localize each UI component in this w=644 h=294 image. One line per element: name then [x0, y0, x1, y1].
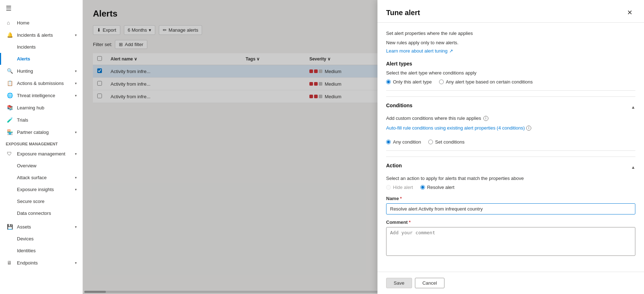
chevron-down-icon: ▾	[75, 81, 77, 85]
conditions-radio-group: Any condition Set conditions	[386, 139, 635, 145]
radio-set-conditions[interactable]: Set conditions	[428, 139, 465, 145]
collapse-action-icon[interactable]: ▲	[631, 165, 635, 170]
radio-any-condition[interactable]: Any condition	[386, 139, 421, 145]
manage-alerts-button[interactable]: ✏ Manage alerts	[159, 25, 202, 35]
sort-icon: ∨	[134, 56, 137, 62]
sidebar-item-devices[interactable]: Devices	[0, 233, 82, 245]
radio-hide-alert-input[interactable]	[386, 185, 391, 190]
tags-cell	[241, 65, 305, 78]
panel-title: Tune alert	[386, 9, 420, 17]
row-checkbox-cell[interactable]	[93, 90, 106, 103]
col-alert-name[interactable]: Alert name ∨	[106, 53, 241, 65]
auto-fill-row: Auto-fill rule conditions using existing…	[386, 125, 635, 135]
actions-icon: 📋	[7, 80, 13, 86]
radio-only-this-alert[interactable]: Only this alert type	[386, 79, 432, 85]
alert-types-title: Alert types	[386, 61, 635, 67]
exposure-mgmt-icon: 🛡	[7, 151, 13, 157]
sort-icon: ∨	[327, 56, 331, 62]
description-line1: Set alert properties where the rule appl…	[386, 30, 635, 37]
sidebar-item-hunting[interactable]: 🔍 Hunting ▾	[0, 65, 82, 77]
select-all-checkbox[interactable]	[97, 56, 102, 61]
row-checkbox-cell[interactable]	[93, 78, 106, 90]
comment-textarea[interactable]	[386, 227, 635, 256]
row-checkbox[interactable]	[97, 68, 102, 73]
save-button[interactable]: Save	[386, 278, 412, 288]
select-alert-label: Select the alert type where conditions a…	[386, 70, 635, 76]
pencil-icon: ✏	[163, 27, 167, 33]
sidebar-item-trials[interactable]: 🧪 Trials	[0, 114, 82, 126]
cancel-button[interactable]: Cancel	[415, 278, 444, 288]
name-input[interactable]	[386, 203, 635, 214]
sidebar-item-assets[interactable]: 💾 Assets ▾	[0, 221, 82, 233]
auto-fill-link[interactable]: Auto-fill rule conditions using existing…	[386, 125, 531, 131]
col-tags[interactable]: Tags ∨	[241, 53, 305, 65]
chevron-down-icon: ▾	[75, 187, 77, 191]
trials-icon: 🧪	[7, 117, 13, 123]
sidebar-item-identities[interactable]: Identities	[0, 245, 82, 257]
sidebar-item-incidents-alerts[interactable]: 🔔 Incidents & alerts ▾	[0, 29, 82, 41]
name-field-container: Name *	[386, 196, 635, 214]
radio-any-alert-type[interactable]: Any alert type based on certain conditio…	[439, 79, 533, 85]
collapse-conditions-icon[interactable]: ▲	[631, 105, 635, 110]
description-line2: New rules apply only to new alerts.	[386, 39, 635, 46]
sidebar-item-learning-hub[interactable]: 📚 Learning hub	[0, 101, 82, 114]
sidebar-item-home[interactable]: ⌂ Home	[0, 17, 82, 29]
required-star-name: *	[400, 196, 402, 201]
radio-set-conditions-input[interactable]	[428, 140, 433, 144]
add-custom-label: Add custom conditions where this rule ap…	[386, 116, 481, 121]
sidebar-item-incidents[interactable]: Incidents	[0, 41, 82, 53]
sidebar-item-partner-catalog[interactable]: 🏪 Partner catalog ▾	[0, 126, 82, 138]
radio-only-this-input[interactable]	[386, 80, 391, 84]
info-icon-auto-fill[interactable]: i	[526, 126, 531, 131]
sidebar-item-endpoints[interactable]: 🖥 Endpoints ▾	[0, 257, 82, 269]
alert-name-cell: Activity from infre...	[106, 78, 241, 90]
row-checkbox-cell[interactable]	[93, 65, 106, 78]
radio-any-condition-input[interactable]	[386, 140, 391, 144]
hamburger-icon[interactable]: ☰	[0, 0, 82, 17]
add-custom-row: Add custom conditions where this rule ap…	[386, 116, 635, 121]
months-dropdown[interactable]: 6 Months ▾	[124, 25, 155, 35]
required-star-comment: *	[409, 220, 411, 225]
sidebar-item-secure-score[interactable]: Secure score	[0, 195, 82, 207]
radio-resolve-alert-input[interactable]	[420, 185, 425, 190]
add-filter-button[interactable]: ⊞ Add filter	[115, 40, 147, 49]
sidebar-item-exposure-management[interactable]: 🛡 Exposure management ▾	[0, 148, 82, 160]
close-panel-button[interactable]: ✕	[624, 7, 635, 18]
info-icon-conditions[interactable]: i	[483, 116, 488, 121]
radio-resolve-alert[interactable]: Resolve alert	[420, 185, 455, 190]
sidebar-item-exposure-insights[interactable]: Exposure insights ▾	[0, 184, 82, 195]
radio-hide-alert[interactable]: Hide alert	[386, 185, 413, 190]
sidebar-item-actions-submissions[interactable]: 📋 Actions & submissions ▾	[0, 77, 82, 89]
export-button[interactable]: ⬇ Export	[93, 25, 120, 35]
chevron-down-icon: ▾	[75, 152, 77, 156]
sidebar-item-data-connectors[interactable]: Data connectors	[0, 207, 82, 219]
home-icon: ⌂	[7, 20, 13, 26]
learning-icon: 📚	[7, 105, 13, 110]
sidebar-item-attack-surface[interactable]: Attack surface ▾	[0, 172, 82, 184]
name-field-label: Name *	[386, 196, 635, 201]
learn-more-link[interactable]: Learn more about alert tuning ↗	[386, 48, 453, 54]
row-checkbox[interactable]	[97, 94, 102, 98]
exposure-management-section-label: Exposure management	[0, 138, 82, 148]
divider-2	[386, 150, 635, 151]
sort-icon: ∨	[256, 56, 260, 62]
radio-any-alert-input[interactable]	[439, 80, 444, 84]
sidebar-item-alerts[interactable]: Alerts	[0, 53, 82, 65]
scrollbar-thumb[interactable]	[84, 291, 106, 293]
bell-icon: 🔔	[7, 32, 13, 38]
chevron-down-icon: ▾	[75, 94, 77, 98]
panel-footer: Save Cancel	[377, 272, 644, 294]
alert-type-radio-group: Only this alert type Any alert type base…	[386, 79, 635, 85]
sidebar-item-threat-intelligence[interactable]: 🌐 Threat intelligence ▾	[0, 89, 82, 101]
alert-name-cell: Activity from infre...	[106, 90, 241, 103]
row-checkbox[interactable]	[97, 81, 102, 86]
filter-set-label: Filter set:	[93, 42, 112, 47]
select-action-label: Select an action to apply for alerts tha…	[386, 176, 635, 181]
select-all-checkbox-header[interactable]	[93, 53, 106, 65]
action-title: Action	[386, 163, 402, 168]
conditions-title: Conditions	[386, 103, 412, 108]
panel-body: Set alert properties where the rule appl…	[377, 23, 644, 272]
action-header: Action ▲	[386, 163, 635, 172]
sidebar-item-overview[interactable]: Overview	[0, 160, 82, 172]
conditions-section: Conditions ▲ Add custom conditions where…	[386, 96, 635, 145]
